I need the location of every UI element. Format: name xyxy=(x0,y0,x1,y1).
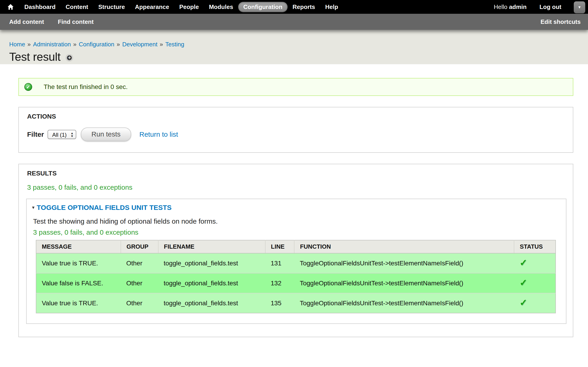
col-header-line: LINE xyxy=(265,240,294,253)
table-row: Value true is TRUE. Other toggle_optiona… xyxy=(36,293,556,313)
cell-message: Value false is FALSE. xyxy=(36,273,121,293)
status-message-text: The test run finished in 0 sec. xyxy=(44,83,128,91)
add-shortcut-icon[interactable]: + xyxy=(66,55,72,61)
admin-toolbar: Dashboard Content Structure Appearance P… xyxy=(0,0,588,14)
toolbar-item-dashboard[interactable]: Dashboard xyxy=(19,2,61,12)
cell-group: Other xyxy=(121,273,158,293)
admin-toolbar-menu: Dashboard Content Structure Appearance P… xyxy=(19,2,343,12)
pass-check-icon: ✓ xyxy=(519,277,527,288)
toolbar-item-reports[interactable]: Reports xyxy=(288,2,320,12)
breadcrumb-separator: » xyxy=(73,41,77,48)
filter-label: Filter xyxy=(27,131,44,138)
user-greeting: Hello admin xyxy=(494,3,527,10)
breadcrumb-administration[interactable]: Administration xyxy=(33,41,71,48)
breadcrumb-testing[interactable]: Testing xyxy=(165,41,184,48)
greeting-prefix: Hello xyxy=(494,3,509,10)
breadcrumb-separator: » xyxy=(160,41,163,48)
actions-body: Filter All (1) ▲ ▼ Run tests Return to l… xyxy=(19,120,573,152)
cell-line: 131 xyxy=(265,253,294,273)
cell-line: 135 xyxy=(265,293,294,313)
breadcrumb-home[interactable]: Home xyxy=(9,41,25,48)
table-header-row: MESSAGE GROUP FILENAME LINE FUNCTION STA… xyxy=(36,240,556,253)
cell-message: Value true is TRUE. xyxy=(36,293,121,313)
status-message: ✓ The test run finished in 0 sec. xyxy=(18,78,573,96)
cell-group: Other xyxy=(121,293,158,313)
status-ok-icon: ✓ xyxy=(24,83,32,91)
test-group-fieldset: ▼TOGGLE OPTIONAL FIELDS UNIT TESTS Test … xyxy=(26,199,566,324)
logout-link[interactable]: Log out xyxy=(540,3,561,10)
col-header-function: FUNCTION xyxy=(294,240,514,253)
cell-function: ToggleOptionalFieldsUnitTest->testElemen… xyxy=(294,253,514,273)
toolbar-item-configuration[interactable]: Configuration xyxy=(238,2,287,12)
results-legend: RESULTS xyxy=(19,164,573,177)
edit-shortcuts-link[interactable]: Edit shortcuts xyxy=(540,18,581,25)
test-results-table: MESSAGE GROUP FILENAME LINE FUNCTION STA… xyxy=(36,240,556,313)
shortcut-bar: Add content Find content Edit shortcuts xyxy=(0,14,588,30)
cell-group: Other xyxy=(121,253,158,273)
toolbar-item-people[interactable]: People xyxy=(174,2,204,12)
select-down-arrow-icon: ▼ xyxy=(70,135,73,138)
test-group-legend: ▼TOGGLE OPTIONAL FIELDS UNIT TESTS xyxy=(31,204,558,211)
cell-line: 132 xyxy=(265,273,294,293)
actions-legend: ACTIONS xyxy=(19,107,573,120)
select-stepper-icon: ▲ ▼ xyxy=(70,132,73,138)
cell-filename: toggle_optional_fields.test xyxy=(158,273,265,293)
chevron-down-icon: ▼ xyxy=(578,6,581,9)
username[interactable]: admin xyxy=(509,3,527,10)
cell-status: ✓ xyxy=(514,253,556,273)
page-title-row: Test result + xyxy=(9,50,579,64)
cell-message: Value true is TRUE. xyxy=(36,253,121,273)
breadcrumb-separator: » xyxy=(117,41,120,48)
table-row: Value true is TRUE. Other toggle_optiona… xyxy=(36,253,556,273)
test-group-title-link[interactable]: TOGGLE OPTIONAL FIELDS UNIT TESTS xyxy=(37,204,172,211)
cell-function: ToggleOptionalFieldsUnitTest->testElemen… xyxy=(294,273,514,293)
pass-check-icon: ✓ xyxy=(519,298,527,308)
breadcrumb-development[interactable]: Development xyxy=(122,41,157,48)
cell-filename: toggle_optional_fields.test xyxy=(158,293,265,313)
home-icon[interactable] xyxy=(4,0,17,14)
toolbar-item-modules[interactable]: Modules xyxy=(204,2,238,12)
toolbar-item-structure[interactable]: Structure xyxy=(93,2,130,12)
shortcut-find-content[interactable]: Find content xyxy=(58,18,94,25)
run-tests-button[interactable]: Run tests xyxy=(81,127,131,141)
drupal-admin-page: Dashboard Content Structure Appearance P… xyxy=(0,0,588,367)
shortcut-add-content[interactable]: Add content xyxy=(9,18,44,25)
cell-filename: toggle_optional_fields.test xyxy=(158,253,265,273)
results-summary: 3 passes, 0 fails, and 0 exceptions xyxy=(19,177,573,191)
col-header-status: STATUS xyxy=(514,240,556,253)
table-row: Value false is FALSE. Other toggle_optio… xyxy=(36,273,556,293)
page-title: Test result xyxy=(9,50,61,64)
main-content: ✓ The test run finished in 0 sec. ACTION… xyxy=(0,64,588,337)
col-header-group: GROUP xyxy=(121,240,158,253)
breadcrumb-configuration[interactable]: Configuration xyxy=(79,41,114,48)
filter-select[interactable]: All (1) ▲ ▼ xyxy=(48,130,76,139)
pass-check-icon: ✓ xyxy=(519,258,527,268)
test-group-summary: 3 passes, 0 fails, and 0 exceptions xyxy=(33,228,558,236)
actions-fieldset: ACTIONS Filter All (1) ▲ ▼ Run tests Ret… xyxy=(18,107,573,153)
toolbar-item-content[interactable]: Content xyxy=(61,2,93,12)
col-header-message: MESSAGE xyxy=(36,240,121,253)
test-group-description: Test the showing and hiding of optional … xyxy=(33,217,558,225)
collapse-arrow-icon[interactable]: ▼ xyxy=(31,205,35,210)
breadcrumb-separator: » xyxy=(27,41,31,48)
toolbar-right: Hello admin Log out xyxy=(494,3,561,10)
toolbar-toggle-button[interactable]: ▼ xyxy=(574,1,585,13)
return-to-list-link[interactable]: Return to list xyxy=(139,131,178,138)
toolbar-item-help[interactable]: Help xyxy=(320,2,343,12)
cell-status: ✓ xyxy=(514,293,556,313)
home-icon-glyph xyxy=(7,4,14,10)
cell-function: ToggleOptionalFieldsUnitTest->testElemen… xyxy=(294,293,514,313)
col-header-filename: FILENAME xyxy=(158,240,265,253)
toolbar-item-appearance[interactable]: Appearance xyxy=(130,2,174,12)
breadcrumb: Home»Administration»Configuration»Develo… xyxy=(9,41,579,48)
page-header: Home»Administration»Configuration»Develo… xyxy=(0,30,588,64)
cell-status: ✓ xyxy=(514,273,556,293)
results-fieldset: RESULTS 3 passes, 0 fails, and 0 excepti… xyxy=(18,164,573,337)
filter-select-value: All (1) xyxy=(52,132,67,138)
